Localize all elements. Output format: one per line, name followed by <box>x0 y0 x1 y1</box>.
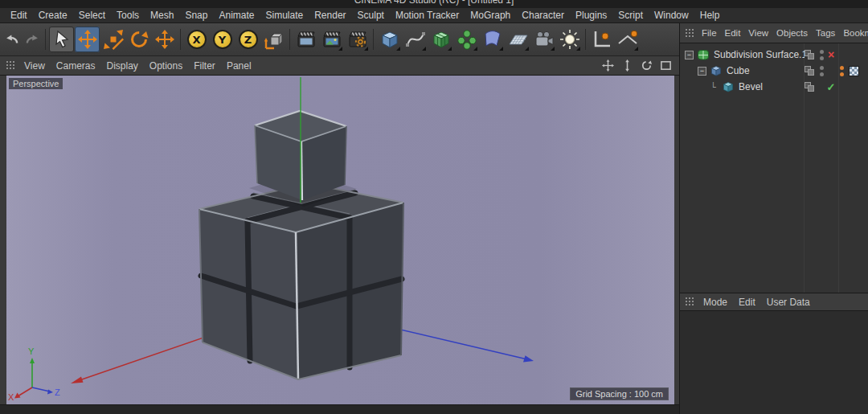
attr-menu-mode[interactable]: Mode <box>698 297 733 308</box>
toolbar-separator <box>289 29 290 50</box>
window-title: CINEMA 4D Studio (RC) - [Untitled 1] <box>0 0 868 6</box>
move-icon <box>77 29 98 50</box>
menu-mesh[interactable]: Mesh <box>145 10 179 21</box>
lock-z-axis-button[interactable]: Z <box>235 27 260 52</box>
menu-tools[interactable]: Tools <box>111 10 145 21</box>
live-selection-button[interactable] <box>49 27 74 52</box>
om-menu-bookmarks[interactable]: Bookmarks <box>839 28 868 38</box>
workplane-button[interactable] <box>615 27 640 52</box>
left-column: X Y Z <box>0 23 679 414</box>
menu-character[interactable]: Character <box>516 10 570 21</box>
attr-menu-edit[interactable]: Edit <box>733 297 761 308</box>
camera-icon <box>534 29 555 50</box>
phong-tag-icon[interactable] <box>849 66 859 76</box>
menu-window[interactable]: Window <box>649 10 694 21</box>
menu-render[interactable]: Render <box>309 10 351 21</box>
om-menu-view[interactable]: View <box>744 28 772 38</box>
spline-pen-button[interactable] <box>403 27 428 52</box>
enabled-check-icon[interactable]: ✓ <box>825 81 837 93</box>
object-name[interactable]: Subdivision Surface.1 <box>714 49 805 60</box>
cloner-button[interactable] <box>454 27 479 52</box>
menu-plugins[interactable]: Plugins <box>570 10 612 21</box>
object-name[interactable]: Cube <box>727 65 750 76</box>
cube-primitive-button[interactable] <box>377 27 402 52</box>
camera-button[interactable] <box>531 27 556 52</box>
last-tool-button[interactable] <box>152 27 177 52</box>
menu-animate[interactable]: Animate <box>213 10 260 21</box>
maximize-view-button[interactable] <box>659 59 673 72</box>
expand-toggle[interactable]: − <box>698 67 706 76</box>
object-row-subdivision-surface[interactable]: − Subdivision Surface.1 × <box>680 47 868 63</box>
viewport-menu-view[interactable]: View <box>18 60 51 72</box>
viewport-menu-options[interactable]: Options <box>144 60 188 72</box>
attr-menu-user-data[interactable]: User Data <box>761 297 816 308</box>
om-menu-tags[interactable]: Tags <box>812 28 839 38</box>
render-to-picture-viewer-button[interactable] <box>319 27 344 52</box>
menu-help[interactable]: Help <box>694 10 726 21</box>
zoom-view-button[interactable] <box>620 59 634 72</box>
model-cube[interactable] <box>199 111 403 379</box>
tag-slot <box>837 66 866 76</box>
scale-tool-button[interactable] <box>100 27 125 52</box>
lock-x-axis-button[interactable]: X <box>184 27 209 52</box>
pan-view-button[interactable] <box>601 59 615 72</box>
render-picture-viewer-icon <box>321 29 342 50</box>
undo-icon <box>4 31 20 47</box>
floor-button[interactable] <box>506 27 530 52</box>
visibility-dots[interactable] <box>817 50 825 60</box>
scene-3d[interactable]: Y X Z <box>6 76 674 404</box>
snap-icon <box>592 29 612 50</box>
toolbar-separator <box>585 29 586 50</box>
render-view-icon <box>296 29 317 50</box>
object-row-cube[interactable]: − Cube <box>680 63 868 79</box>
object-row-bevel[interactable]: └ Bevel ✓ <box>680 79 868 95</box>
menu-sculpt[interactable]: Sculpt <box>352 10 390 21</box>
tag-dots[interactable] <box>837 66 845 76</box>
visibility-dots[interactable] <box>817 66 825 76</box>
viewport-menu-filter[interactable]: Filter <box>188 60 221 72</box>
menu-select[interactable]: Select <box>73 10 111 21</box>
menu-mograph[interactable]: MoGraph <box>465 10 516 21</box>
redo-icon <box>24 31 40 47</box>
deformer-button[interactable] <box>480 27 505 52</box>
om-menu-objects[interactable]: Objects <box>772 28 812 38</box>
coordinate-system-icon <box>264 29 285 50</box>
layer-squares-icon[interactable] <box>805 82 817 92</box>
window-titlebar: CINEMA 4D Studio (RC) - [Untitled 1] <box>0 0 868 8</box>
panel-grip[interactable] <box>685 28 694 39</box>
rotate-view-icon <box>641 59 653 72</box>
snap-settings-button[interactable] <box>589 27 614 52</box>
menu-edit[interactable]: Edit <box>5 10 33 21</box>
generator-disabled-icon[interactable]: × <box>825 48 837 61</box>
om-menu-file[interactable]: File <box>698 28 721 38</box>
panel-grip[interactable] <box>6 60 15 71</box>
menu-snap[interactable]: Snap <box>179 10 213 21</box>
light-button[interactable] <box>557 27 582 52</box>
subdivision-surface-button[interactable] <box>428 27 453 52</box>
rotate-tool-button[interactable] <box>126 27 151 52</box>
viewport-menu-cameras[interactable]: Cameras <box>51 60 101 72</box>
panel-grip[interactable] <box>685 297 694 307</box>
gizmo-y-label: Y <box>28 346 35 356</box>
om-menu-edit[interactable]: Edit <box>721 28 745 38</box>
move-tool-button[interactable] <box>75 27 100 52</box>
menu-script[interactable]: Script <box>612 10 649 21</box>
undo-button[interactable] <box>2 27 22 52</box>
menu-simulate[interactable]: Simulate <box>260 10 309 21</box>
rotate-view-button[interactable] <box>640 59 653 72</box>
viewport-menu-display[interactable]: Display <box>100 60 143 72</box>
object-name[interactable]: Bevel <box>739 81 763 92</box>
viewport-menu-panel[interactable]: Panel <box>221 60 257 72</box>
layer-squares-icon[interactable] <box>805 66 817 76</box>
coordinate-system-button[interactable] <box>261 27 286 52</box>
edit-render-settings-button[interactable] <box>345 27 370 52</box>
lock-y-axis-button[interactable]: Y <box>210 27 235 52</box>
redo-button[interactable] <box>23 27 42 52</box>
layer-squares-icon[interactable] <box>805 50 817 60</box>
menu-create[interactable]: Create <box>33 10 73 21</box>
viewport-perspective[interactable]: Y X Z Perspective Grid Spacing : 100 cm <box>0 76 679 404</box>
expand-toggle[interactable]: − <box>685 51 694 59</box>
object-manager-tree[interactable]: − Subdivision Surface.1 × − Cube <box>680 43 868 293</box>
render-view-button[interactable] <box>293 27 318 52</box>
menu-motion-tracker[interactable]: Motion Tracker <box>390 10 465 21</box>
